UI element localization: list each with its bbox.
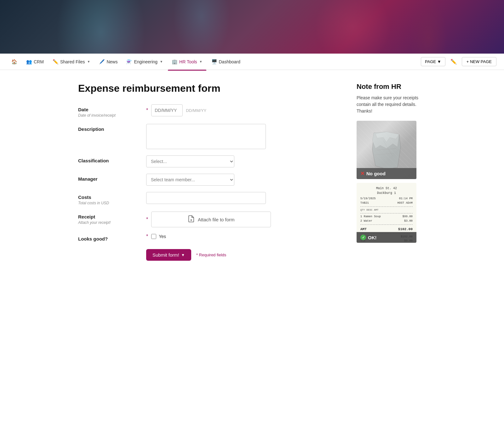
receipt-sublabel: Attach your receipt!: [78, 220, 141, 225]
edit-icon: ✏️: [450, 59, 457, 64]
costs-label: Costs: [78, 195, 141, 200]
attach-file-button[interactable]: Attach file to form: [151, 212, 271, 227]
nav-item-hr-tools[interactable]: 🏢 HR Tools ▼: [168, 56, 206, 67]
attach-icon: [188, 215, 195, 224]
checkbox-row: Yes: [151, 234, 166, 239]
nav-item-engineering[interactable]: ⚗️ Engineering ▼: [123, 56, 167, 67]
receipt-item-1: 1 Ramen Soup$99.00: [360, 215, 413, 219]
engineering-arrow: ▼: [160, 60, 163, 63]
date-input[interactable]: [151, 104, 183, 116]
classification-select[interactable]: Select...: [146, 155, 234, 167]
bad-receipt-overlay: ✕ No good: [357, 168, 416, 179]
nav-label-engineering: Engineering: [134, 59, 158, 64]
receipt-date-row: 5/19/2025 01:14 PM: [360, 197, 413, 201]
receipt-divider-2: [360, 213, 413, 213]
good-receipt-label: OK!: [368, 235, 377, 240]
classification-label-col: Classification: [78, 155, 141, 163]
page-content: Expense reimbursement form Date Date of …: [63, 70, 441, 273]
form-row-looks-good: Looks good? * Yes: [78, 234, 338, 241]
description-label: Description: [78, 126, 141, 132]
form-title: Expense reimbursement form: [78, 83, 338, 94]
page-button[interactable]: PAGE ▼: [421, 57, 445, 66]
submit-arrow-icon: ▼: [181, 253, 185, 257]
date-field-col: * DD/MM/YY: [146, 104, 338, 116]
receipt-label: Receipt: [78, 214, 141, 219]
looks-good-required-star: *: [146, 234, 148, 239]
receipt-field-col: * Attach file to form: [146, 212, 338, 227]
attach-label: Attach file to form: [198, 217, 235, 222]
bad-receipt-image: ✕ No good: [357, 121, 416, 179]
submit-button[interactable]: Submit form! ▼: [146, 249, 191, 261]
good-receipt-overlay: ✓ OK!: [357, 232, 416, 243]
nav-label-shared-files: Shared Files: [60, 59, 85, 64]
classification-field-col: Select...: [146, 155, 338, 167]
receipt-label-col: Receipt Attach your receipt!: [78, 212, 141, 225]
receipt-divider-1: [360, 207, 413, 207]
date-sublabel: Date of invoice/receipt: [78, 113, 141, 118]
navigation: 🏠 👥 CRM ✏️ Shared Files ▼ 🖊️ News ⚗️ Eng…: [0, 54, 504, 70]
required-note-text: Required fields: [199, 253, 226, 257]
nav-label-dashboard: Dashboard: [219, 59, 241, 64]
description-textarea[interactable]: [146, 124, 266, 149]
looks-good-checkbox[interactable]: [151, 234, 156, 239]
home-icon: 🏠: [11, 59, 17, 65]
hr-tools-icon: 🏢: [172, 59, 178, 65]
receipt-item-2: 2 Water$3.00: [360, 219, 413, 224]
engineering-icon: ⚗️: [126, 59, 132, 65]
looks-good-field-col: * Yes: [146, 234, 338, 239]
nav-right: PAGE ▼ ✏️ + NEW PAGE: [421, 57, 496, 67]
date-label: Date: [78, 107, 141, 112]
shared-files-icon: ✏️: [53, 59, 59, 65]
looks-good-label-col: Looks good?: [78, 234, 141, 241]
costs-label-col: Costs Total costs in USD: [78, 192, 141, 205]
edit-button[interactable]: ✏️: [448, 57, 459, 67]
receipt-header: Main St. 42 Duckburg 1: [360, 186, 413, 195]
hr-tools-arrow: ▼: [199, 60, 203, 63]
shared-files-arrow: ▼: [87, 60, 90, 63]
nav-item-shared-files[interactable]: ✏️ Shared Files ▼: [49, 56, 94, 67]
check-icon: ✓: [360, 235, 366, 240]
manager-select[interactable]: Select team member...: [146, 174, 234, 186]
classification-label: Classification: [78, 158, 141, 163]
good-receipt-image: Main St. 42 Duckburg 1 5/19/2025 01:14 P…: [357, 183, 416, 243]
date-required-star: *: [146, 108, 148, 113]
looks-good-label: Looks good?: [78, 236, 141, 241]
receipt-divider-3: [360, 224, 413, 225]
required-note: * Required fields: [196, 253, 226, 257]
form-row-date: Date Date of invoice/receipt * DD/MM/YY: [78, 104, 338, 118]
form-row-receipt: Receipt Attach your receipt! * Attach fi…: [78, 212, 338, 227]
nav-left: 🏠 👥 CRM ✏️ Shared Files ▼ 🖊️ News ⚗️ Eng…: [8, 56, 421, 67]
costs-sublabel: Total costs in USD: [78, 201, 141, 205]
nav-label-hr-tools: HR Tools: [179, 59, 197, 64]
submit-row: Submit form! ▼ * Required fields: [146, 249, 338, 261]
submit-label: Submit form!: [152, 252, 179, 258]
date-label-col: Date Date of invoice/receipt: [78, 104, 141, 118]
looks-good-checkbox-label: Yes: [159, 234, 166, 239]
nav-item-news[interactable]: 🖊️ News: [95, 56, 121, 67]
sidebar-section: Note from HR Please make sure your recei…: [357, 83, 426, 243]
news-icon: 🖊️: [99, 59, 105, 65]
nav-item-crm[interactable]: 👥 CRM: [22, 56, 48, 67]
crm-icon: 👥: [26, 59, 32, 65]
nav-item-dashboard[interactable]: 🖥️ Dashboard: [208, 56, 244, 67]
x-icon: ✕: [360, 171, 364, 177]
form-row-description: Description: [78, 124, 338, 149]
new-page-button[interactable]: + NEW PAGE: [462, 57, 496, 66]
manager-label: Manager: [78, 176, 141, 182]
sidebar-title: Note from HR: [357, 83, 426, 91]
sidebar-note: Please make sure your receipts contain a…: [357, 95, 426, 114]
form-section: Expense reimbursement form Date Date of …: [78, 83, 338, 261]
bad-receipt-label: No good: [366, 171, 386, 176]
crumpled-paper-svg: [371, 131, 402, 169]
required-star-note: *: [196, 253, 199, 257]
form-row-costs: Costs Total costs in USD: [78, 192, 338, 205]
costs-input[interactable]: [146, 192, 266, 204]
costs-field-col: [146, 192, 338, 204]
description-field-col: [146, 124, 338, 149]
receipt-cols-header: QTY DESC AMT: [360, 208, 413, 212]
receipt-amt: AMT $102.00: [360, 227, 413, 232]
manager-label-col: Manager: [78, 174, 141, 182]
nav-home[interactable]: 🏠: [8, 56, 21, 67]
receipt-tab-row: TAB21 HOST ADAM: [360, 201, 413, 206]
date-format-hint: DD/MM/YY: [186, 108, 206, 113]
